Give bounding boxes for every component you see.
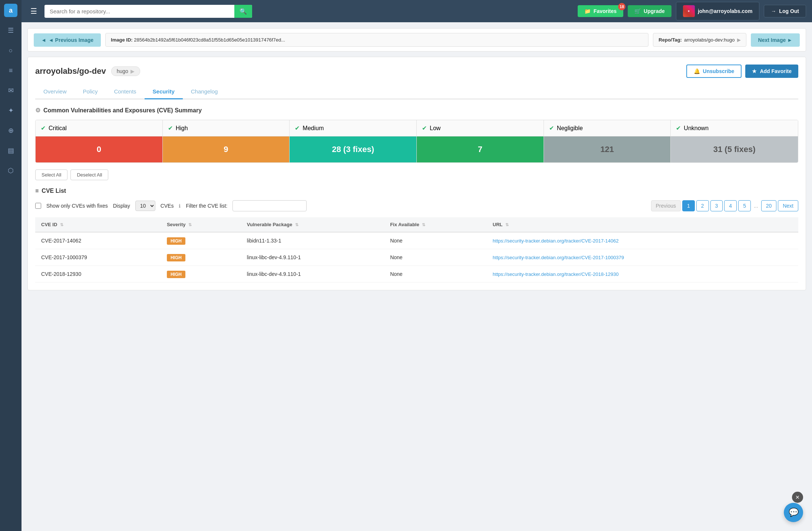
fix-available-cell: None bbox=[384, 249, 487, 266]
user-button[interactable]: ✦ john@arroyolabs.com bbox=[676, 2, 759, 20]
star-icon: ★ bbox=[752, 68, 757, 74]
panel-actions: 🔔 Unsubscribe ★ Add Favorite bbox=[686, 65, 798, 78]
deselect-all-button[interactable]: Deselect All bbox=[70, 169, 108, 180]
select-all-button[interactable]: Select All bbox=[35, 169, 67, 180]
next-image-label: Next Image ► bbox=[758, 37, 792, 43]
sidebar-globe-icon[interactable]: ⊕ bbox=[4, 124, 17, 137]
unsubscribe-button[interactable]: 🔔 Unsubscribe bbox=[686, 65, 742, 78]
table-row: CVE-2017-14062 HIGH libidn11-1.33-1 None… bbox=[35, 232, 798, 249]
severity-negligible-count[interactable]: 121 bbox=[544, 136, 671, 162]
check-icon-high: ✔ bbox=[168, 125, 173, 132]
check-icon-low: ✔ bbox=[422, 125, 427, 132]
sort-cve-id-icon: ⇅ bbox=[60, 222, 63, 227]
unsubscribe-label: Unsubscribe bbox=[703, 68, 735, 74]
severity-medium-count[interactable]: 28 (3 fixes) bbox=[290, 136, 416, 162]
cve-summary-title: ⚙ Common Vulnerabilities and Exposures (… bbox=[35, 107, 798, 114]
pagination: Previous 1 2 3 4 5 ... 20 Next bbox=[651, 200, 799, 211]
add-favorite-button[interactable]: ★ Add Favorite bbox=[745, 65, 798, 78]
tab-security[interactable]: Security bbox=[145, 85, 183, 99]
cve-table: CVE ID ⇅ Severity ⇅ Vulnerable Package ⇅… bbox=[35, 217, 798, 283]
severity-high-count[interactable]: 9 bbox=[163, 136, 290, 162]
fix-available-cell: None bbox=[384, 266, 487, 283]
logout-icon: → bbox=[771, 8, 776, 14]
sidebar-report-icon[interactable]: ▤ bbox=[4, 144, 17, 157]
cve-link[interactable]: https://security-tracker.debian.org/trac… bbox=[493, 238, 619, 244]
severity-medium-header: ✔ Medium bbox=[290, 120, 416, 136]
sort-url-icon: ⇅ bbox=[505, 222, 509, 227]
check-icon-medium: ✔ bbox=[295, 125, 300, 132]
package-cell: linux-libc-dev-4.9.110-1 bbox=[241, 266, 384, 283]
severity-unknown-label: Unknown bbox=[684, 125, 709, 132]
chat-button[interactable]: 💬 bbox=[784, 503, 803, 522]
cve-link[interactable]: https://security-tracker.debian.org/trac… bbox=[493, 271, 619, 277]
col-package[interactable]: Vulnerable Package ⇅ bbox=[241, 217, 384, 232]
info-icon: ℹ bbox=[179, 203, 181, 209]
image-id-value: 28564b2b1492a5f61b046f023cd8a51f55b1d65e… bbox=[134, 37, 285, 43]
fixes-only-checkbox[interactable] bbox=[35, 203, 41, 209]
col-fix[interactable]: Fix Available ⇅ bbox=[384, 217, 487, 232]
display-select[interactable]: 10 25 50 bbox=[135, 201, 155, 211]
col-cve-id[interactable]: CVE ID ⇅ bbox=[35, 217, 161, 232]
hamburger-icon[interactable]: ☰ bbox=[27, 4, 40, 19]
close-chat-button[interactable]: ✕ bbox=[792, 492, 803, 503]
severity-low-count[interactable]: 7 bbox=[417, 136, 544, 162]
sidebar-user-icon[interactable]: ○ bbox=[4, 44, 17, 57]
image-nav-bar: ◄ ◄ Previous Image Image ID: 28564b2b149… bbox=[27, 28, 806, 52]
tab-contents[interactable]: Contents bbox=[106, 85, 145, 99]
page-2-button[interactable]: 2 bbox=[696, 200, 709, 211]
page-1-button[interactable]: 1 bbox=[682, 200, 695, 211]
col-severity[interactable]: Severity ⇅ bbox=[161, 217, 241, 232]
list-icon: ≡ bbox=[35, 188, 39, 194]
severity-critical-count[interactable]: 0 bbox=[36, 136, 162, 162]
next-image-button[interactable]: Next Image ► bbox=[751, 33, 800, 47]
chat-bubble-icon: 💬 bbox=[789, 508, 799, 517]
sidebar: a ☰ ○ ≡ ✉ ✦ ⊕ ▤ ⬡ bbox=[0, 0, 22, 531]
severity-unknown-count[interactable]: 31 (5 fixes) bbox=[671, 136, 798, 162]
upgrade-icon: 🛒 bbox=[634, 8, 641, 14]
page-5-button[interactable]: 5 bbox=[738, 200, 751, 211]
page-20-button[interactable]: 20 bbox=[761, 200, 777, 211]
filter-cve-input[interactable] bbox=[232, 200, 307, 211]
sidebar-chat-icon[interactable]: ✉ bbox=[4, 84, 17, 97]
app-logo[interactable]: a bbox=[4, 4, 17, 17]
content-area: ◄ ◄ Previous Image Image ID: 28564b2b149… bbox=[22, 22, 812, 531]
url-cell: https://security-tracker.debian.org/trac… bbox=[487, 249, 798, 266]
sidebar-menu-icon[interactable]: ☰ bbox=[4, 24, 17, 37]
logout-button[interactable]: → Log Out bbox=[764, 5, 806, 17]
severity-unknown-header: ✔ Unknown bbox=[671, 120, 798, 136]
page-3-button[interactable]: 3 bbox=[710, 200, 723, 211]
page-4-button[interactable]: 4 bbox=[724, 200, 737, 211]
tag-arrow-icon: ▶ bbox=[131, 68, 135, 74]
favorites-button[interactable]: 📁 Favorites 18 bbox=[578, 5, 623, 17]
sort-package-icon: ⇅ bbox=[295, 222, 298, 227]
url-cell: https://security-tracker.debian.org/trac… bbox=[487, 266, 798, 283]
package-cell: linux-libc-dev-4.9.110-1 bbox=[241, 249, 384, 266]
sidebar-settings-icon[interactable]: ✦ bbox=[4, 104, 17, 117]
sidebar-list-icon[interactable]: ≡ bbox=[4, 64, 17, 77]
package-cell: libidn11-1.33-1 bbox=[241, 232, 384, 249]
avatar: ✦ bbox=[683, 5, 695, 17]
image-id-prefix: Image ID: bbox=[111, 37, 133, 43]
severity-badge: HIGH bbox=[167, 254, 185, 261]
prev-page-button[interactable]: Previous bbox=[651, 200, 681, 211]
gear-icon: ⚙ bbox=[35, 107, 40, 114]
previous-image-button[interactable]: ◄ ◄ Previous Image bbox=[34, 33, 101, 47]
tab-overview[interactable]: Overview bbox=[35, 85, 75, 99]
upgrade-button[interactable]: 🛒 Upgrade bbox=[628, 5, 671, 17]
severity-high-label: High bbox=[176, 125, 188, 132]
image-id-box: Image ID: 28564b2b1492a5f61b046f023cd8a5… bbox=[105, 33, 648, 47]
col-url[interactable]: URL ⇅ bbox=[487, 217, 798, 232]
cve-link[interactable]: https://security-tracker.debian.org/trac… bbox=[493, 255, 624, 260]
fixes-only-label: Show only CVEs with fixes bbox=[46, 203, 108, 209]
sidebar-github-icon[interactable]: ⬡ bbox=[4, 164, 17, 177]
repo-tag-box: Repo/Tag: arroyolabs/go-dev:hugo ▶ bbox=[653, 33, 746, 47]
tab-policy[interactable]: Policy bbox=[75, 85, 106, 99]
search-input[interactable] bbox=[44, 5, 234, 17]
severity-low-label: Low bbox=[430, 125, 440, 132]
logout-label: Log Out bbox=[779, 8, 799, 14]
search-button[interactable]: 🔍 bbox=[234, 5, 252, 18]
url-cell: https://security-tracker.debian.org/trac… bbox=[487, 232, 798, 249]
tab-changelog[interactable]: Changelog bbox=[183, 85, 226, 99]
next-page-button[interactable]: Next bbox=[778, 200, 798, 211]
cve-id-cell: CVE-2017-1000379 bbox=[35, 249, 161, 266]
